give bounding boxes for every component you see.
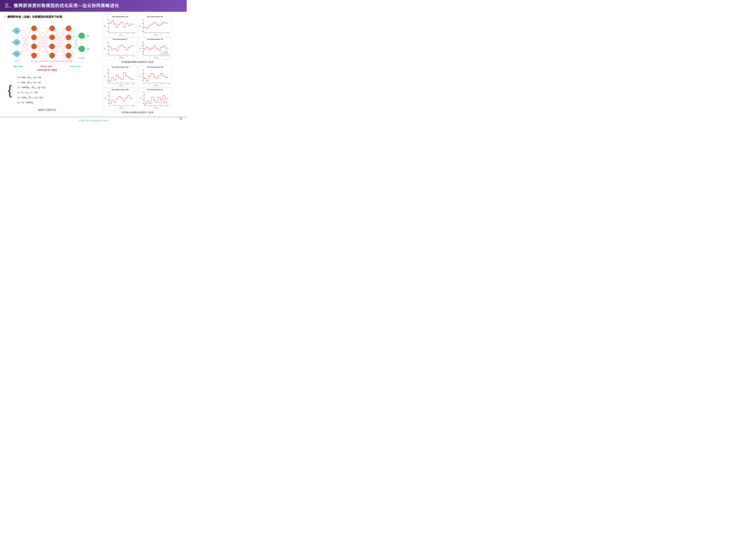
left-panel: 微网群本地（边端）决策模型的深度学习封装 x₁ x₂ xₙ ⋮ n₁ ⋮ <box>5 15 90 114</box>
chart-obs-1: Test Observation 1 0.6 0.5 0.4 0.3 功率 0 … <box>103 37 137 59</box>
svg-text:Time Step: Time Step <box>154 57 159 58</box>
svg-text:nₛ: nₛ <box>68 57 70 59</box>
svg-text:0.6: 0.6 <box>107 42 108 43</box>
svg-text:0.6: 0.6 <box>107 19 108 20</box>
svg-text:5: 5 <box>114 56 115 57</box>
caption-top: 时序解耦的微网决策模型学习效果 <box>93 60 182 64</box>
chart-43-area: 0.6 0.55 0.5 0.45 0.4 功率 0 5 10 15 20 Ti… <box>139 41 171 59</box>
svg-text:0.3: 0.3 <box>107 53 108 55</box>
chart-1-area: 0.6 0.5 0.4 0.3 功率 0 5 10 15 20 Time Ste… <box>104 41 136 59</box>
svg-text:0.8: 0.8 <box>143 91 144 92</box>
svg-text:0.6: 0.6 <box>143 99 144 100</box>
svg-text:0.7: 0.7 <box>143 95 144 96</box>
svg-point-8 <box>31 35 36 40</box>
svg-text:y₂: y₂ <box>88 48 90 50</box>
svg-text:0.5: 0.5 <box>142 76 143 78</box>
svg-text:0.45: 0.45 <box>141 80 143 81</box>
chart-29-title: Test Observation 29 <box>104 16 136 18</box>
svg-text:N cells: N cells <box>14 60 20 62</box>
svg-text:Time Step: Time Step <box>154 34 159 36</box>
svg-line-30 <box>20 31 31 37</box>
svg-text:0.4: 0.4 <box>142 27 143 28</box>
svg-text:x₁: x₁ <box>16 30 18 32</box>
svg-point-14 <box>50 35 55 40</box>
svg-text:Test Data: Test Data <box>163 101 167 102</box>
svg-point-25 <box>79 33 85 39</box>
section-title: 微网群本地（边端）决策模型的深度学习封装 <box>5 15 90 19</box>
svg-text:⋮: ⋮ <box>81 41 83 44</box>
svg-text:0.4: 0.4 <box>107 103 109 104</box>
svg-text:xₙ: xₙ <box>16 53 18 55</box>
input-layer-label: Input layer <box>13 65 23 68</box>
formula-block: { ft = σ(wf · [ht−1, xt] + bf) it = σ(wi… <box>5 74 90 107</box>
svg-text:15: 15 <box>161 83 162 85</box>
svg-text:功率: 功率 <box>140 98 141 100</box>
chart-64-title: Test Observation 64 <box>139 89 171 90</box>
svg-text:Time Step: Time Step <box>119 57 124 58</box>
param-update-label: 参数学习更新方法 <box>5 109 90 111</box>
svg-text:0.4: 0.4 <box>142 53 143 55</box>
svg-text:0: 0 <box>109 106 110 107</box>
svg-text:0.6: 0.6 <box>142 19 143 20</box>
svg-text:功率: 功率 <box>139 48 140 50</box>
svg-text:Predicted: Predicted <box>163 102 167 103</box>
svg-text:⋮: ⋮ <box>33 41 35 43</box>
svg-text:15: 15 <box>161 56 162 57</box>
svg-text:10: 10 <box>155 106 156 107</box>
svg-text:0.5: 0.5 <box>143 103 144 104</box>
svg-text:0.5: 0.5 <box>107 45 108 47</box>
svg-text:x₂: x₂ <box>16 41 18 44</box>
chart-350-title: Test Observation 350 <box>104 89 136 90</box>
charts-top-section: Test Observation 29 0.6 0.5 0.4 0.3 <box>93 15 182 64</box>
svg-text:0: 0 <box>108 56 109 57</box>
svg-text:0.6: 0.6 <box>142 42 143 43</box>
svg-text:15: 15 <box>126 33 127 34</box>
chart-row-1: Test Observation 29 0.6 0.5 0.4 0.3 <box>93 15 182 37</box>
svg-point-26 <box>79 46 85 52</box>
chart-29-area: 0.6 0.5 0.4 0.3 功率 0 5 10 15 20 <box>104 18 136 36</box>
svg-text:15: 15 <box>126 106 127 107</box>
chart-1-title: Test Observation 1 <box>104 38 136 40</box>
svg-text:5: 5 <box>149 83 150 85</box>
svg-text:0.4: 0.4 <box>107 27 108 28</box>
svg-point-20 <box>66 35 71 40</box>
svg-text:10: 10 <box>120 106 122 107</box>
svg-point-15 <box>50 44 55 49</box>
svg-text:0.4: 0.4 <box>107 49 108 51</box>
formula-1: ft = σ(wf · [ht−1, xt] + bf) <box>18 75 46 80</box>
svg-text:Test Data: Test Data <box>163 51 168 52</box>
svg-text:0.45: 0.45 <box>106 80 108 81</box>
svg-text:0: 0 <box>143 83 144 85</box>
svg-text:20: 20 <box>132 106 134 107</box>
chart-obs-562: Test Observation 562 0.6 0.55 0.5 0.45 0… <box>103 65 137 87</box>
svg-text:0.5: 0.5 <box>142 48 143 49</box>
svg-text:0.55: 0.55 <box>106 72 108 74</box>
svg-line-40 <box>20 54 31 55</box>
svg-text:20: 20 <box>133 83 134 85</box>
svg-text:功率: 功率 <box>105 98 106 100</box>
formula-3: c̃t = tanh(wc · [ht−1, xt] + bc) <box>18 85 46 90</box>
svg-text:n₁: n₁ <box>33 57 35 59</box>
svg-text:5: 5 <box>114 33 115 34</box>
chart-obs-350: Test Observation 350 0.7 0.6 0.5 0.4 功率 … <box>103 88 137 110</box>
svg-text:0.55: 0.55 <box>141 73 143 75</box>
svg-text:20: 20 <box>167 106 169 107</box>
svg-text:0.6: 0.6 <box>107 95 109 96</box>
page-number: 19 <box>179 117 182 120</box>
svg-line-29 <box>20 29 31 31</box>
svg-rect-203 <box>159 100 169 104</box>
main-content: 微网群本地（边端）决策模型的深度学习封装 x₁ x₂ xₙ ⋮ n₁ ⋮ <box>0 12 187 116</box>
chart-obs-29: Test Observation 29 0.6 0.5 0.4 0.3 <box>103 15 137 37</box>
svg-text:5: 5 <box>115 106 115 107</box>
formula-5: ot = σ(wo · [ht−1, xt] + bo) <box>18 95 46 100</box>
svg-text:0.4: 0.4 <box>107 82 108 83</box>
svg-text:0.5: 0.5 <box>107 23 108 24</box>
chart-632-title: Test Observation 632 <box>139 66 171 68</box>
svg-line-32 <box>20 31 31 56</box>
svg-text:⋮: ⋮ <box>13 46 16 49</box>
svg-text:0: 0 <box>143 56 144 57</box>
svg-text:y₁: y₁ <box>88 34 90 37</box>
svg-text:20: 20 <box>133 33 134 34</box>
formula-lines: ft = σ(wf · [ht−1, xt] + bf) it = σ(wi ·… <box>13 75 46 105</box>
svg-text:0: 0 <box>108 33 109 34</box>
